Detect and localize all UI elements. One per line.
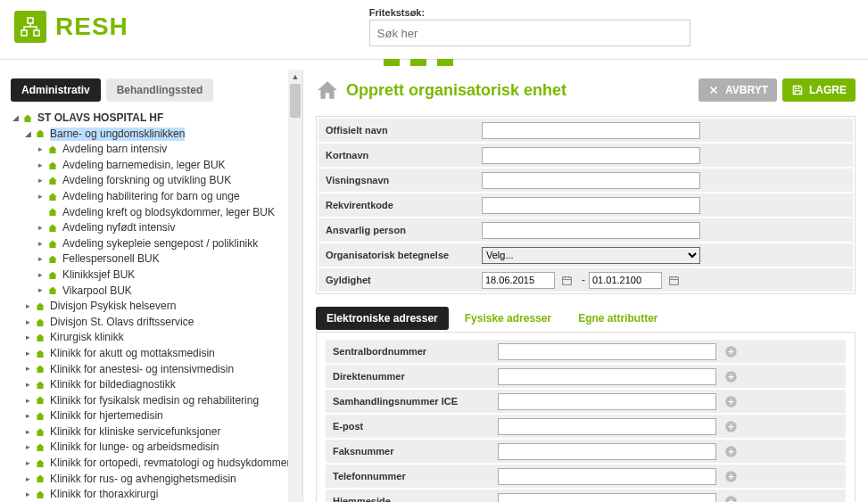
tree-item[interactable]: ▸Klinikksjef BUK [11,267,286,284]
cancel-button[interactable]: AVBRYT [699,78,777,102]
subtab-0[interactable]: Elektroniske adresser [316,307,449,330]
tree-item[interactable]: Avdeling kreft og blodsykdommer, leger B… [11,205,286,221]
tree-item[interactable]: ▸Klinikk for anestesi- og intensivmedisi… [11,362,286,378]
tree-item[interactable]: ▸Fellespersonell BUK [11,251,286,267]
tree-item[interactable]: ◢ST OLAVS HOSPITAL HF [11,111,286,127]
tree-item[interactable]: ▸Avdeling sykepleie sengepost / poliklin… [11,236,286,252]
house-icon [46,223,59,234]
subfield-input-4[interactable] [498,443,716,460]
subfield-input-3[interactable] [498,418,716,435]
input-visningsnavn[interactable] [482,172,700,189]
subtab-1[interactable]: Fysiske adresser [454,307,562,330]
tree-toggle-icon[interactable]: ▸ [36,254,45,265]
calendar-from-icon[interactable] [560,274,573,286]
tree-item[interactable]: ▸Kirurgisk klinikk [11,330,286,346]
tree-item[interactable]: ▸Avdeling habilitering for barn og unge [11,189,286,205]
svg-rect-4 [669,276,678,284]
tree-item[interactable]: ▸Klinikk for kliniske servicefunksjoner [11,424,286,440]
house-icon [34,380,46,391]
input-date-to[interactable] [589,272,662,289]
tree-label: Klinikk for kliniske servicefunksjoner [50,425,220,440]
tree-item[interactable]: ▸Avdeling barn intensiv [11,142,286,158]
scroll-up-icon[interactable]: ▲ [288,70,302,84]
tree-label: Klinikk for thoraxkirurgi [50,488,158,502]
tree-toggle-icon[interactable]: ▸ [23,490,32,500]
tree-item[interactable]: ▸Klinikk for thoraxkirurgi [11,487,286,502]
tree-toggle-icon[interactable]: ▸ [23,411,32,422]
tree-item[interactable]: ▸Klinikk for ortopedi, revmatologi og hu… [11,456,286,472]
tree-toggle-icon[interactable]: ▸ [23,301,32,312]
tree-label: Klinikk for fysikalsk medisin og rehabil… [50,394,259,408]
tree-item[interactable]: ◢Barne- og ungdomsklinikken [11,127,286,143]
sidebar-tab-0[interactable]: Administrativ [11,78,101,102]
tree-item[interactable]: ▸Divisjon Psykisk helsevern [11,299,286,315]
tree-toggle-icon[interactable]: ▸ [23,427,32,438]
logo-icon [14,11,46,43]
add-icon[interactable] [723,494,738,502]
subfield-input-2[interactable] [498,393,716,410]
tree-toggle-icon[interactable]: ▸ [23,333,32,343]
subfield-label: Faksnummer [333,446,498,457]
tree-item[interactable]: ▸Avdeling barnemedisin, leger BUK [11,158,286,174]
tree-toggle-icon[interactable]: ▸ [23,474,32,485]
tree-toggle-icon[interactable]: ▸ [36,176,45,186]
tree-item[interactable]: ▸Vikarpool BUK [11,284,286,300]
tree-toggle-icon[interactable]: ▸ [23,349,32,359]
tree-label: Avdeling nyfødt intensiv [62,221,176,235]
tree-toggle-icon[interactable]: ▸ [36,239,45,250]
add-icon[interactable] [723,469,738,483]
scroll-thumb[interactable] [290,84,301,118]
tree-toggle-icon[interactable]: ▸ [36,192,45,202]
input-offisielt-navn[interactable] [482,122,700,139]
add-icon[interactable] [723,369,738,383]
input-ansvarlig-person[interactable] [482,222,700,239]
tree-toggle-icon[interactable]: ▸ [23,396,32,407]
tree-toggle-icon[interactable]: ▸ [36,285,45,296]
input-date-from[interactable] [482,272,555,289]
input-kortnavn[interactable] [482,147,700,164]
tree-toggle-icon[interactable]: ▸ [36,160,45,171]
tree-label: Avdeling kreft og blodsykdommer, leger B… [62,206,275,220]
select-org-betegnelse[interactable]: Velg... [482,247,700,264]
subfield-input-0[interactable] [498,343,716,360]
add-icon[interactable] [723,344,738,358]
tree-toggle-icon[interactable]: ▸ [36,144,45,155]
tree-label: Avdeling barn intensiv [62,143,167,157]
input-rekvirentkode[interactable] [482,197,700,214]
calendar-to-icon[interactable] [667,274,680,286]
tree-item[interactable]: ▸Klinikk for lunge- og arbeidsmedisin [11,440,286,456]
tree-toggle-icon[interactable]: ▸ [36,223,45,234]
tree-toggle-icon[interactable]: ▸ [23,458,32,469]
tree-toggle-icon[interactable]: ▸ [23,442,32,453]
tree-toggle-icon[interactable]: ▸ [23,317,32,328]
tree-item[interactable]: ▸Klinikk for fysikalsk medisin og rehabi… [11,393,286,409]
search-input[interactable] [369,20,690,46]
tree-toggle-icon[interactable]: ▸ [36,270,45,281]
tree-item[interactable]: ▸Avdeling nyfødt intensiv [11,220,286,236]
tree-item[interactable]: ▸Klinikk for akutt og mottaksmedisin [11,346,286,362]
subfield-input-6[interactable] [498,493,716,503]
tree-toggle-icon[interactable]: ▸ [23,364,32,374]
tree-toggle-icon[interactable]: ◢ [23,129,32,140]
sidebar-scrollbar[interactable]: ▲ ▼ [288,70,302,502]
subfield-input-5[interactable] [498,468,716,485]
label-offisielt-navn: Offisielt navn [326,125,482,136]
tree-item[interactable]: ▸Divisjon St. Olavs driftsservice [11,315,286,331]
house-icon [34,317,46,328]
tree-item[interactable]: ▸Klinikk for bildediagnostikk [11,377,286,393]
add-icon[interactable] [723,419,738,433]
tree-toggle-icon[interactable]: ◢ [11,113,20,124]
add-icon[interactable] [723,394,738,408]
tree-item[interactable]: ▸Avdeling forskning og utvikling BUK [11,173,286,189]
label-ansvarlig-person: Ansvarlig person [326,225,482,235]
add-icon[interactable] [723,444,738,458]
subtab-2[interactable]: Egne attributter [567,307,668,330]
subfield-label: E-post [333,421,498,432]
tree-item[interactable]: ▸Klinikk for rus- og avhengighetsmedisin [11,472,286,488]
label-org-betegnelse: Organisatorisk betegnelse [326,250,482,260]
subfield-input-1[interactable] [498,368,716,385]
save-button[interactable]: LAGRE [782,78,856,102]
tree-item[interactable]: ▸Klinikk for hjertemedisin [11,408,286,424]
sidebar-tab-1[interactable]: Behandlingssted [106,78,214,102]
tree-toggle-icon[interactable]: ▸ [23,380,32,391]
